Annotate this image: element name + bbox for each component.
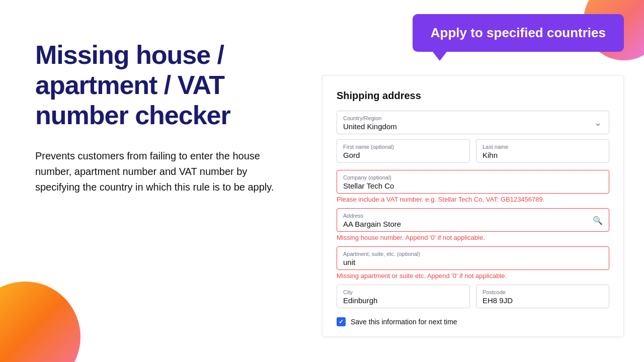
apartment-label: Apartment, suite, etc. (optional)	[343, 251, 603, 257]
right-panel: Apply to specified countries Shipping ad…	[312, 0, 644, 362]
city-wrapper[interactable]: City Edinburgh	[337, 285, 470, 308]
city-label: City	[343, 289, 463, 295]
address-wrapper[interactable]: Address AA Bargain Store 🔍	[337, 208, 609, 232]
postcode-wrapper[interactable]: Postcode EH8 9JD	[476, 285, 609, 308]
postcode-value: EH8 9JD	[482, 296, 603, 305]
first-name-wrapper[interactable]: First name (optional) Gord	[337, 139, 470, 163]
postcode-label: Postcode	[482, 289, 603, 295]
apartment-wrapper[interactable]: Apartment, suite, etc. (optional) unit	[337, 246, 609, 270]
apartment-error-message: Missing apartment or suite etc. Append '…	[337, 272, 609, 280]
address-value: AA Bargain Store	[343, 220, 603, 228]
country-value: United Kingdom	[343, 122, 603, 131]
country-label: Country/Region	[343, 115, 603, 121]
page-container: Missing house / apartment / VAT number c…	[0, 0, 644, 362]
first-name-value: Gord	[343, 151, 463, 159]
city-value: Edinburgh	[343, 296, 463, 305]
company-value: Stellar Tech Co	[343, 182, 603, 190]
country-field-wrapper[interactable]: Country/Region United Kingdom ⌄	[337, 111, 609, 134]
last-name-label: Last name	[482, 144, 603, 150]
save-info-row: Save this information for next time	[337, 317, 609, 326]
first-name-field: First name (optional) Gord	[337, 139, 470, 163]
name-row: First name (optional) Gord Last name Kih…	[337, 139, 609, 165]
shipping-address-form: Shipping address Country/Region United K…	[322, 75, 624, 337]
save-info-label: Save this information for next time	[351, 318, 457, 326]
form-title: Shipping address	[337, 90, 609, 102]
description-text: Prevents customers from failing to enter…	[35, 148, 282, 195]
left-panel: Missing house / apartment / VAT number c…	[0, 0, 312, 362]
chevron-down-icon: ⌄	[594, 117, 602, 128]
tooltip-bubble: Apply to specified countries	[413, 14, 624, 52]
last-name-field: Last name Kihn	[476, 139, 609, 163]
save-info-checkbox[interactable]	[337, 317, 346, 326]
address-label: Address	[343, 213, 603, 219]
company-error-message: Please include a VAT number. e.g. Stella…	[337, 196, 609, 203]
last-name-wrapper[interactable]: Last name Kihn	[476, 139, 609, 163]
last-name-value: Kihn	[482, 151, 603, 159]
company-wrapper[interactable]: Company (optional) Stellar Tech Co	[337, 170, 609, 194]
company-field: Company (optional) Stellar Tech Co Pleas…	[337, 170, 609, 203]
postcode-field: Postcode EH8 9JD	[476, 285, 609, 308]
tooltip-label: Apply to specified countries	[431, 25, 606, 40]
apartment-value: unit	[343, 258, 603, 266]
address-error-message: Missing house number. Append '0' if not …	[337, 234, 609, 241]
city-postcode-row: City Edinburgh Postcode EH8 9JD	[337, 285, 609, 310]
city-field: City Edinburgh	[337, 285, 470, 308]
apartment-field: Apartment, suite, etc. (optional) unit M…	[337, 246, 609, 280]
first-name-label: First name (optional)	[343, 144, 463, 150]
main-heading: Missing house / apartment / VAT number c…	[35, 40, 282, 130]
company-label: Company (optional)	[343, 174, 603, 180]
search-icon: 🔍	[593, 215, 603, 225]
address-field: Address AA Bargain Store 🔍 Missing house…	[337, 208, 609, 241]
